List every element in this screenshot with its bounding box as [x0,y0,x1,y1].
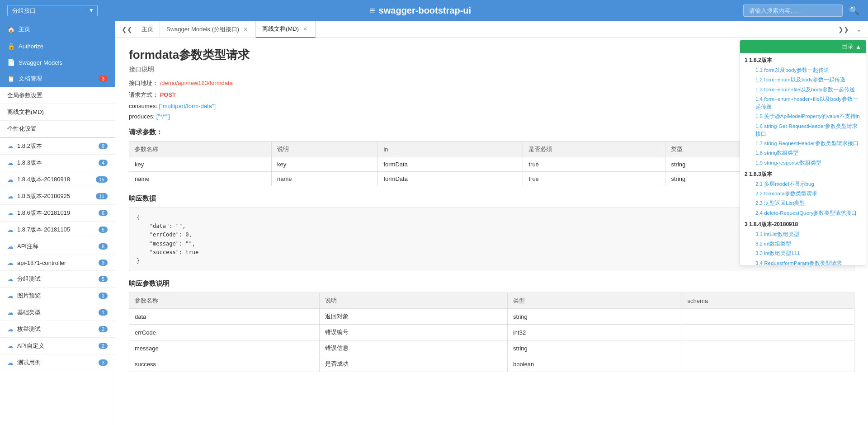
content-area: ❮❮ 主页 Swagger Models (分组接口) ✕ 离线文档(MD) ✕… [115,21,868,425]
api-url-label: 接口地址： [129,80,158,86]
group-badge: 3 [99,260,108,266]
table-cell: key [272,157,378,172]
toc-item[interactable]: 1.5 关于@ApiModelProperty的value不支持in [745,112,861,121]
toc-item[interactable]: 1.4 form+enum+header+file以及body参数一起传送 [745,94,861,112]
request-col-header: in [378,142,523,157]
sidebar-item-global-params[interactable]: 全局参数设置 [0,87,115,104]
toc-section: 2 1.8.3版本2.1 多层model不显示bug2.2 formdata参数… [745,170,861,218]
table-cell: errCode [129,325,320,340]
table-cell: 返回对象 [319,309,507,325]
table-cell: string [507,340,682,356]
cloud-icon: ☁ [7,243,14,250]
sidebar-group-item[interactable]: ☁1.8.3版本4 [0,155,115,171]
search-input[interactable] [743,5,843,17]
toc-section-title: 1 1.8.2版本 [745,57,861,64]
sidebar-group-item[interactable]: ☁API自定义2 [0,338,115,354]
tab-collapse-button[interactable]: ⌄ [854,24,864,35]
toc-item[interactable]: 2.2 formdata参数类型请求 [745,189,861,198]
toc-item[interactable]: 1.8 string数组类型 [745,148,861,158]
method-label: 请求方式： [129,91,158,98]
request-col-header: 参数名称 [129,142,272,157]
sidebar-group-item[interactable]: ☁枚举测试2 [0,321,115,338]
toc-item[interactable]: 1.2 form+enum以及body参数一起传送 [745,75,861,85]
toc-item[interactable]: 3.2 int数组类型 [745,239,861,249]
toc-header: 目录 ▲ [740,40,866,53]
tab-swagger-models-close[interactable]: ✕ [242,26,249,33]
group-badge: 15 [96,176,108,183]
toc-item[interactable]: 2.4 delete-RequestQuery参数类型请求接口 [745,208,861,218]
sidebar-item-doc-mgmt[interactable]: 📋 文档管理 3 [0,71,115,87]
group-name: 1.8.7版本-20181105 [17,226,70,234]
toc-item[interactable]: 3.4 RequestformParam参数类型请求 [745,259,861,266]
group-badge: 5 [99,276,108,282]
sidebar-item-home[interactable]: 🏠 主页 [0,21,115,38]
tab-swagger-models[interactable]: Swagger Models (分组接口) ✕ [160,21,256,38]
table-cell: true [523,172,665,186]
sidebar-group-item[interactable]: ☁图片预览1 [0,288,115,304]
sidebar-item-offline-doc[interactable]: 离线文档(MD) [0,104,115,121]
consumes-label: consumes [129,103,156,109]
swagger-icon: 📄 [7,59,15,66]
table-cell: formData [378,172,523,186]
sidebar-group-item[interactable]: ☁API注释8 [0,238,115,255]
sidebar-group-item[interactable]: ☁1.8.2版本9 [0,138,115,155]
sidebar-group-item[interactable]: ☁基础类型1 [0,304,115,321]
tab-offline-doc[interactable]: 离线文档(MD) ✕ [256,21,316,38]
lock-icon: 🔒 [7,42,15,50]
search-button[interactable]: 🔍 [847,4,861,17]
request-col-header: 是否必须 [523,142,665,157]
top-header: 分组接口 ▼ ≡ swagger-bootstrap-ui 🔍 [0,0,868,21]
toc-item[interactable]: 1.7 string-RequestHeader参数类型请求接口 [745,139,861,148]
toc-item[interactable]: 3.1 intList数组类型 [745,230,861,239]
menu-icon: ≡ [370,5,375,16]
response-col-header: 说明 [319,293,507,309]
response-params-table: 参数名称说明类型schema data返回对象stringerrCode错误编号… [129,293,854,372]
table-cell: int32 [507,325,682,340]
toc-item[interactable]: 1.6 string-Get-RequestHeader参数类型请求接口 [745,122,861,139]
sidebar-group-item[interactable]: ☁测试用例3 [0,354,115,371]
tabs-bar: ❮❮ 主页 Swagger Models (分组接口) ✕ 离线文档(MD) ✕… [115,21,868,38]
sidebar-group-item[interactable]: ☁1.8.4版本-2018091815 [0,171,115,188]
sidebar-group-item[interactable]: ☁1.8.6版本-201810196 [0,205,115,222]
group-name: 1.8.2版本 [17,142,42,150]
tab-prev-button[interactable]: ❮❮ [119,24,135,35]
sidebar-item-authorize[interactable]: 🔒 Authorize [0,38,115,54]
group-select-wrapper[interactable]: 分组接口 ▼ [7,5,98,16]
cloud-icon: ☁ [7,209,14,217]
group-select[interactable]: 分组接口 [7,5,98,16]
group-name: 图片预览 [17,292,41,300]
group-badge: 1 [99,293,108,299]
header-right: 🔍 [743,4,861,17]
toc-item[interactable]: 3.3 int数组类型111 [745,249,861,258]
group-badge: 1 [99,309,108,316]
sidebar-group-item[interactable]: ☁分组测试5 [0,271,115,288]
toc-item[interactable]: 1.3 form+enum+file以及body参数一起传送 [745,85,861,94]
sidebar-item-swagger-models[interactable]: 📄 Swagger Models [0,54,115,71]
tab-offline-doc-close[interactable]: ✕ [302,26,309,32]
group-badge: 2 [99,343,108,349]
sidebar-group-item[interactable]: ☁1.8.5版本-2018092511 [0,188,115,205]
tab-home[interactable]: 主页 [135,21,160,38]
toc-item[interactable]: 1.1 form以及body参数一起传送 [745,66,861,75]
group-name: 分组测试 [17,275,41,283]
sidebar-group-item[interactable]: ☁api-1871-controller3 [0,255,115,271]
sidebar-item-personal-settings[interactable]: 个性化设置 [0,121,115,138]
sidebar-group-item[interactable]: ☁1.8.7版本-201811055 [0,222,115,238]
sidebar-personal-settings-label: 个性化设置 [7,125,37,133]
sidebar-swagger-label: Swagger Models [19,59,62,66]
toc-item[interactable]: 2.3 泛型返回List类型 [745,198,861,208]
toc-item[interactable]: 2.1 多层model不显示bug [745,179,861,189]
toc-item[interactable]: 1.9 string-response数组类型 [745,158,861,168]
toc-label: 目录 [842,42,854,51]
group-badge: 9 [99,143,108,149]
group-name: 1.8.5版本-20180925 [17,192,70,200]
main-layout: 🏠 主页 🔒 Authorize 📄 Swagger Models 📋 文档管理… [0,21,868,425]
toc-panel: ✕ 目录 ▲ 1 1.8.2版本1.1 form以及body参数一起传送1.2 … [740,40,866,266]
table-cell [682,340,854,356]
sidebar-nav-top: 🏠 主页 🔒 Authorize 📄 Swagger Models 📋 文档管理… [0,21,115,138]
group-name: 1.8.4版本-20180918 [17,175,70,184]
tab-next-button[interactable]: ❯❯ [835,24,852,35]
group-badge: 3 [99,359,108,366]
group-name: 基础类型 [17,308,41,316]
produces-value: ["*/*"] [156,113,170,120]
